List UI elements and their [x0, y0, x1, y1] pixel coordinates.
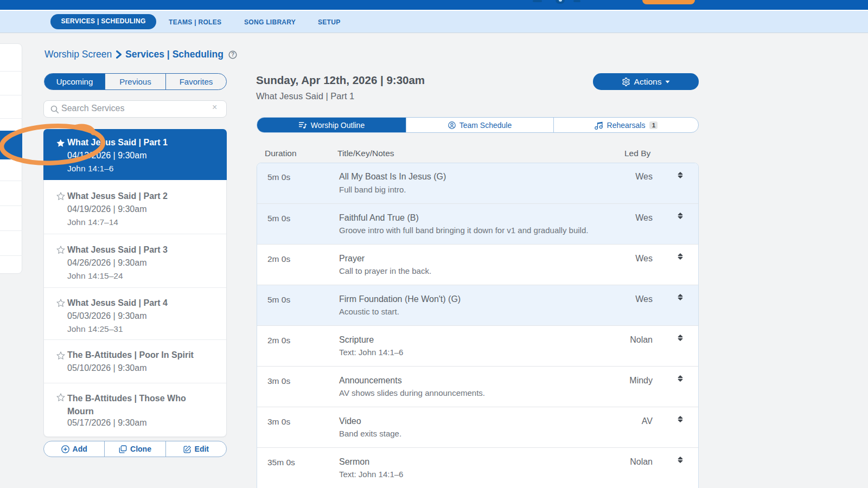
svg-text:?: ?	[231, 52, 234, 57]
